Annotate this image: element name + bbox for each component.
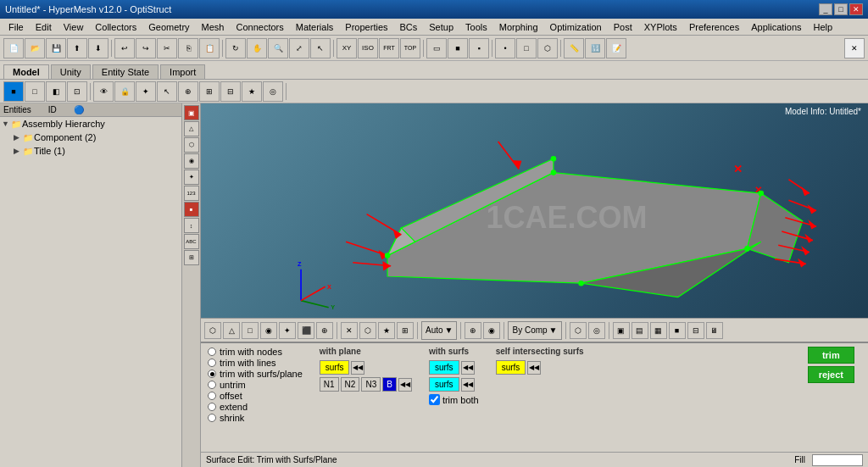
bt-btn-9[interactable]: ⬡ (359, 322, 376, 339)
radio-untrim[interactable]: untrim (208, 380, 303, 390)
menu-help[interactable]: Help (809, 20, 838, 34)
save-button[interactable]: 💾 (46, 38, 66, 58)
bt-btn-12[interactable]: ⬡ (570, 322, 587, 339)
new-button[interactable]: 📄 (3, 38, 24, 58)
self-intersecting-surfs-btn[interactable]: surfs (496, 360, 526, 375)
radio-trim-nodes[interactable]: trim with nodes (208, 347, 303, 357)
comp-button[interactable]: ⬡ (537, 38, 558, 58)
radio-trim-lines[interactable]: trim with lines (208, 358, 303, 368)
bt-btn-5[interactable]: ✦ (279, 322, 296, 339)
minimize-button[interactable]: _ (819, 3, 832, 15)
tb2-btn-4[interactable]: ⊡ (67, 81, 87, 102)
bt-btn-13[interactable]: ◎ (588, 322, 605, 339)
vp-btn-1[interactable]: ▣ (184, 105, 199, 120)
wire-button[interactable]: ▭ (426, 38, 447, 58)
bt-btn-select[interactable]: ⊕ (465, 322, 481, 339)
shade-button[interactable]: ■ (448, 38, 468, 58)
tb2-btn-8[interactable]: ↖ (157, 81, 177, 102)
view-front-button[interactable]: FRT (379, 38, 399, 58)
bt-btn-1[interactable]: ⬡ (204, 322, 221, 339)
bt-btn-16[interactable]: ▦ (650, 322, 667, 339)
menu-xyplots[interactable]: XYPlots (639, 20, 682, 34)
undo-button[interactable]: ↩ (114, 38, 135, 58)
elem-button[interactable]: □ (516, 38, 537, 58)
vp-btn-8[interactable]: ↕ (184, 218, 199, 233)
notes-button[interactable]: 📝 (606, 38, 626, 58)
with-plane-nav-btn[interactable]: ◀◀ (351, 361, 364, 375)
menu-properties[interactable]: Properties (340, 20, 392, 34)
copy-button[interactable]: ⎘ (178, 38, 198, 58)
bycomp-dropdown[interactable]: By Comp ▼ (508, 321, 561, 340)
menu-connectors[interactable]: Connectors (231, 20, 288, 34)
menu-bcs[interactable]: BCs (395, 20, 423, 34)
vp-btn-5[interactable]: ✦ (184, 170, 199, 185)
tb2-btn-7[interactable]: ✦ (136, 81, 156, 102)
hidden-button[interactable]: ▪ (469, 38, 489, 58)
tb2-btn-6[interactable]: 🔒 (114, 81, 135, 102)
tb2-btn-5[interactable]: 👁 (93, 81, 114, 102)
tb2-btn-9[interactable]: ⊕ (178, 81, 198, 102)
measure-button[interactable]: 📏 (564, 38, 584, 58)
menu-mesh[interactable]: Mesh (197, 20, 230, 34)
menu-setup[interactable]: Setup (424, 20, 459, 34)
vp-btn-9[interactable]: ABC (184, 234, 199, 249)
surfs-nav-btn2[interactable]: ◀◀ (461, 378, 475, 392)
bt-btn-14[interactable]: ▣ (613, 322, 630, 339)
with-plane-surfs-button[interactable]: surfs (320, 360, 350, 375)
bt-btn-3[interactable]: □ (242, 322, 259, 339)
export-button[interactable]: ⬇ (88, 38, 108, 58)
zoom-button[interactable]: 🔍 (268, 38, 288, 58)
vp-btn-4[interactable]: ◉ (184, 153, 199, 169)
bt-btn-view2[interactable]: ◉ (483, 322, 500, 339)
vp-btn-6[interactable]: 123 (184, 186, 199, 201)
n2-button[interactable]: N2 (341, 377, 360, 392)
menu-geometry[interactable]: Geometry (143, 20, 194, 34)
vp-btn-7[interactable]: ■ (184, 202, 199, 217)
tree-item-assembly[interactable]: ▼ 📁 Assembly Hierarchy (0, 117, 181, 131)
vp-btn-3[interactable]: ⬡ (184, 137, 199, 153)
tb2-btn-11[interactable]: ⊟ (220, 81, 241, 102)
panel-close-button[interactable]: ✕ (844, 38, 865, 58)
n3-button[interactable]: N3 (361, 377, 381, 392)
bt-btn-15[interactable]: ▤ (632, 322, 648, 339)
bt-btn-8[interactable]: ✕ (341, 322, 358, 339)
surfs-nav-btn1[interactable]: ◀◀ (461, 361, 475, 375)
bt-btn-11[interactable]: ⊞ (397, 322, 414, 339)
trim-both-checkbox[interactable] (429, 394, 440, 405)
tb2-btn-1[interactable]: ■ (3, 81, 24, 102)
b-button[interactable]: B (382, 377, 397, 392)
radio-extend[interactable]: extend (208, 402, 303, 412)
bt-btn-10[interactable]: ★ (378, 322, 395, 339)
self-intersecting-nav-btn[interactable]: ◀◀ (527, 361, 541, 375)
tb2-btn-2[interactable]: □ (25, 81, 45, 102)
select-button[interactable]: ↖ (310, 38, 331, 58)
rotate-button[interactable]: ↻ (225, 38, 246, 58)
n1-button[interactable]: N1 (320, 377, 339, 392)
auto-dropdown[interactable]: Auto ▼ (421, 321, 457, 340)
view-top-button[interactable]: TOP (400, 38, 420, 58)
3d-viewport[interactable]: Model Info: Untitled* (201, 103, 868, 318)
menu-collectors[interactable]: Collectors (90, 20, 142, 34)
bt-btn-4[interactable]: ◉ (260, 322, 277, 339)
menu-view[interactable]: View (58, 20, 89, 34)
with-surfs-btn2[interactable]: surfs (429, 377, 459, 392)
bt-btn-7[interactable]: ⊕ (316, 322, 333, 339)
calc-button[interactable]: 🔢 (585, 38, 605, 58)
trim-button[interactable]: trim (808, 347, 854, 364)
menu-file[interactable]: File (3, 20, 29, 34)
vp-btn-2[interactable]: △ (184, 121, 199, 136)
menu-applications[interactable]: Applications (746, 20, 806, 34)
tb2-btn-10[interactable]: ⊞ (199, 81, 220, 102)
with-surfs-btn1[interactable]: surfs (429, 360, 459, 375)
tb2-btn-12[interactable]: ★ (242, 81, 262, 102)
cut-button[interactable]: ✂ (157, 38, 177, 58)
bt-btn-2[interactable]: △ (223, 322, 240, 339)
view-iso-button[interactable]: ISO (358, 38, 378, 58)
radio-offset[interactable]: offset (208, 391, 303, 401)
reject-button[interactable]: reject (808, 366, 854, 383)
bt-btn-19[interactable]: 🖥 (706, 322, 723, 339)
tab-model[interactable]: Model (3, 64, 49, 79)
vp-btn-10[interactable]: ⊞ (184, 250, 199, 265)
menu-materials[interactable]: Materials (291, 20, 339, 34)
tb2-btn-13[interactable]: ◎ (263, 81, 283, 102)
